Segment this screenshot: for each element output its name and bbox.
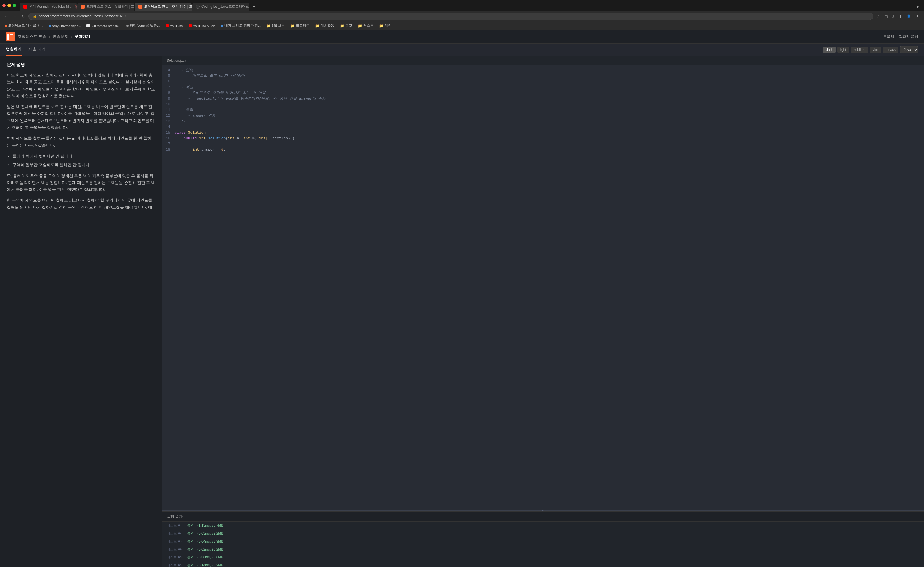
code-line: 13 */ [162, 118, 924, 124]
bookmark-folder-algo[interactable]: 📁 알고리즘 [289, 23, 311, 28]
bookmark-baekjoon[interactable]: tony9402/baekjoo... [48, 24, 82, 28]
theme-sublime-btn[interactable]: sublime [851, 46, 868, 53]
tab-label: CodingTest_Java/프로그래머스... [201, 4, 249, 9]
back-button[interactable]: ← [3, 13, 10, 20]
folder-icon: 📁 [379, 24, 383, 28]
bookmark-commit[interactable]: 커밋(commit) 날짜... [125, 23, 161, 28]
theme-dark-btn[interactable]: dark [823, 46, 835, 53]
tab-label: 코딩테스트 연습 - 추억 점수 | 프로... [144, 4, 192, 9]
theme-emacs-btn[interactable]: emacs [883, 46, 898, 53]
line-number: 13 [162, 118, 174, 124]
bookmark-folder-activities[interactable]: 📁 대외활동 [314, 23, 335, 28]
result-status: 통과 [187, 539, 194, 544]
tab-coding1[interactable]: 코딩테스트 연습 - 덧칠하기 | 프로... ✕ [77, 3, 134, 11]
code-line: 11 - 출력 [162, 107, 924, 113]
theme-light-btn[interactable]: light [837, 46, 849, 53]
browser-window: 온기 Warmth - YouTube M... 🔇 ✕ 코딩테스트 연습 - … [0, 0, 924, 30]
problem-para-2: 넓은 벽 전체에 페인트를 새로 칠하는 대신, 구역을 나누어 일부만 페인트… [7, 104, 155, 131]
line-content: - 계산 [174, 84, 193, 90]
result-label: 테스트 41 [167, 523, 184, 528]
tab-youtube[interactable]: 온기 Warmth - YouTube M... 🔇 ✕ [20, 3, 77, 11]
line-content: - 페인트칠 끝점 endP 선언하기 [174, 73, 245, 79]
bookmark-folder-job[interactable]: 📁 5월 채용 [265, 23, 286, 28]
tab-coding2[interactable]: 코딩테스트 연습 - 추억 점수 | 프로... ✕ [135, 3, 192, 11]
line-number: 10 [162, 102, 174, 107]
code-line: 18 int answer = 0; [162, 147, 924, 153]
programmers-favicon-2 [138, 4, 142, 9]
line-content: - 출력 [174, 107, 193, 113]
download-icon[interactable]: ⬇ [898, 13, 903, 20]
new-tab-button[interactable]: + [250, 2, 258, 11]
bookmark-folder-personal[interactable]: 📁 개인 [378, 23, 392, 28]
profile-icon[interactable]: 👤 [906, 13, 912, 20]
tab-bar: 온기 Warmth - YouTube M... 🔇 ✕ 코딩테스트 연습 - … [0, 0, 924, 11]
tab-submissions[interactable]: 제출 내역 [29, 44, 45, 56]
minimize-button[interactable] [8, 4, 11, 7]
problem-title: 문제 설명 [7, 62, 155, 68]
tab-problem[interactable]: 덧칠하기 [6, 44, 22, 56]
line-number: 11 [162, 107, 174, 113]
line-number: 17 [162, 141, 174, 147]
tab-more-button[interactable]: ▼ [913, 3, 922, 10]
code-line: 12 - answer 반환 [162, 113, 924, 118]
line-content: - for문으로 조건을 벗어나지 않는 한 반복 [174, 90, 266, 96]
bookmark-coding[interactable]: 코딩테스트 대비를 위... [3, 23, 44, 28]
tab-label: 온기 Warmth - YouTube M... [29, 4, 72, 9]
line-content: - 입력 [174, 68, 193, 73]
close-button[interactable] [2, 4, 6, 7]
screenshot-icon[interactable]: ◻ [883, 13, 889, 20]
tab-label: 코딩테스트 연습 - 덧칠하기 | 프로... [87, 4, 134, 9]
main-content: 문제 설명 어느 학교에 페인트가 칠해진 길이가 n 미터인 벽이 있습니다.… [0, 56, 924, 567]
bookmark-youtube-music[interactable]: YouTube Music [188, 24, 216, 28]
help-link[interactable]: 도움말 [883, 34, 894, 39]
svg-rect-0 [8, 34, 9, 39]
code-line: 16 public int solution(int n, int m, int… [162, 136, 924, 141]
language-selector[interactable]: Java [900, 46, 918, 54]
bookmark-folder-school[interactable]: 📁 학교 [339, 23, 353, 28]
line-content: int answer = 0; [174, 147, 225, 153]
maximize-button[interactable] [12, 4, 16, 7]
breadcrumb-item-2[interactable]: 연습문제 [53, 34, 69, 39]
menu-icon[interactable]: ⋮ [915, 13, 921, 20]
nav-action-icons: ☆ ◻ ⤴ ⬇ 👤 ⋮ [876, 13, 921, 20]
programmers-logo [6, 32, 15, 41]
bookmark-label: 커밋(commit) 날짜... [130, 24, 160, 28]
line-content [174, 141, 177, 147]
line-number: 14 [162, 124, 174, 130]
bookmark-favicon [87, 24, 90, 27]
tab-close-icon[interactable]: 🔇 [75, 5, 77, 9]
folder-icon: 📁 [358, 24, 362, 28]
tab-github[interactable]: CodingTest_Java/프로그래머스... ✕ [192, 3, 249, 11]
compile-options-link[interactable]: 컴파일 옵션 [899, 34, 918, 39]
bookmark-label: 개인 [385, 24, 391, 28]
code-line: 10 [162, 102, 924, 107]
problem-para-4: 즉, 롤러의 좌우측 끝을 구역의 경계선 혹은 벽의 좌우측 끝부분에 맞춘 … [7, 172, 155, 194]
code-panel: Solution.java 4 - 입력 5 - 페인트칠 끝점 endP 선언… [162, 56, 924, 567]
bookmark-git[interactable]: Git remote branch... [85, 24, 122, 28]
code-editor[interactable]: 4 - 입력 5 - 페인트칠 끝점 endP 선언하기 6 7 - 계산 8 … [162, 65, 924, 510]
logo-area: 코딩테스트 연습 › 연습문제 › 덧칠하기 [6, 32, 90, 41]
share-icon[interactable]: ⤴ [891, 13, 895, 20]
line-number: 4 [162, 68, 174, 73]
line-number: 15 [162, 130, 174, 136]
line-content [174, 102, 177, 107]
line-number: 12 [162, 113, 174, 118]
bookmark-label: 내가 보려고 정리한 정... [224, 24, 261, 28]
page-header: 코딩테스트 연습 › 연습문제 › 덧칠하기 도움말 컴파일 옵션 [0, 30, 924, 44]
address-bar[interactable]: 🔒 school.programmers.co.kr/learn/courses… [29, 12, 873, 20]
breadcrumb-item-1[interactable]: 코딩테스트 연습 [18, 34, 47, 39]
navigation-bar: ← → ↻ 🔒 school.programmers.co.kr/learn/c… [0, 11, 924, 22]
bookmark-label: 알고리즘 [296, 24, 310, 28]
bookmark-favicon [126, 25, 129, 27]
bookmark-notes[interactable]: 내가 보려고 정리한 정... [220, 23, 262, 28]
result-detail: (0.02ms, 90.2MB) [197, 548, 224, 551]
bookmark-folder-capstone[interactable]: 📁 컨스톤 [357, 23, 375, 28]
forward-button[interactable]: → [12, 13, 18, 20]
theme-vim-btn[interactable]: vim [870, 46, 881, 53]
refresh-button[interactable]: ↻ [21, 13, 26, 20]
bookmark-label: Git remote branch... [92, 24, 121, 28]
code-line: 4 - 입력 [162, 68, 924, 73]
bookmark-youtube[interactable]: YouTube [164, 24, 184, 28]
bookmark-star-icon[interactable]: ☆ [876, 13, 881, 20]
bookmark-label: YouTube [170, 24, 183, 28]
